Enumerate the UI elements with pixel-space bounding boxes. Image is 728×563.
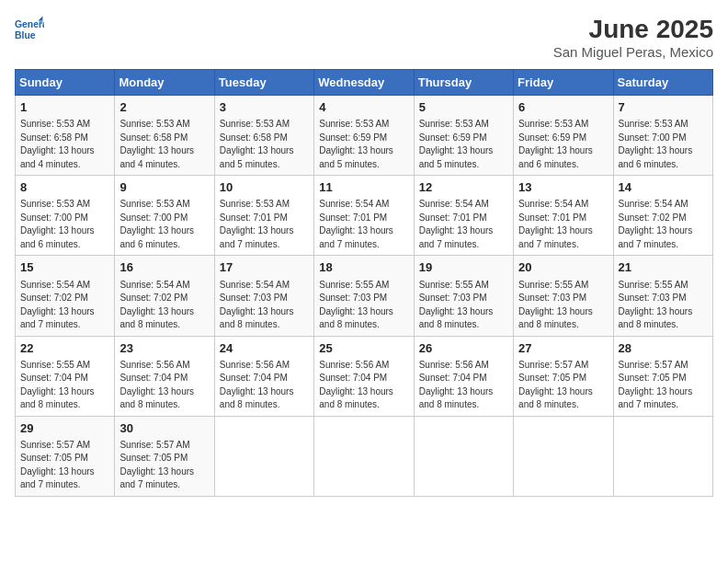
day-number: 30 bbox=[119, 420, 209, 437]
calendar-cell: 29Sunrise: 5:57 AMSunset: 7:05 PMDayligh… bbox=[16, 416, 115, 496]
day-number: 24 bbox=[220, 340, 309, 357]
day-info: Sunrise: 5:53 AMSunset: 7:00 PMDaylight:… bbox=[20, 198, 109, 251]
day-number: 25 bbox=[319, 340, 408, 357]
calendar-cell: 22Sunrise: 5:55 AMSunset: 7:04 PMDayligh… bbox=[16, 336, 115, 416]
calendar-cell bbox=[514, 416, 613, 496]
col-thursday: Thursday bbox=[414, 70, 513, 96]
calendar-cell: 19Sunrise: 5:55 AMSunset: 7:03 PMDayligh… bbox=[414, 256, 513, 336]
calendar-cell bbox=[613, 416, 712, 496]
calendar-cell: 15Sunrise: 5:54 AMSunset: 7:02 PMDayligh… bbox=[16, 256, 115, 336]
calendar-cell: 12Sunrise: 5:54 AMSunset: 7:01 PMDayligh… bbox=[414, 176, 513, 256]
day-number: 1 bbox=[20, 99, 109, 116]
day-number: 15 bbox=[20, 259, 109, 276]
calendar-cell: 21Sunrise: 5:55 AMSunset: 7:03 PMDayligh… bbox=[613, 256, 712, 336]
day-info: Sunrise: 5:54 AMSunset: 7:01 PMDaylight:… bbox=[319, 198, 408, 251]
calendar-week-5: 29Sunrise: 5:57 AMSunset: 7:05 PMDayligh… bbox=[16, 416, 713, 496]
calendar-cell: 2Sunrise: 5:53 AMSunset: 6:58 PMDaylight… bbox=[115, 96, 214, 176]
col-sunday: Sunday bbox=[16, 70, 115, 96]
col-tuesday: Tuesday bbox=[214, 70, 313, 96]
page-subtitle: San Miguel Peras, Mexico bbox=[553, 44, 713, 60]
calendar-cell: 30Sunrise: 5:57 AMSunset: 7:05 PMDayligh… bbox=[115, 416, 214, 496]
day-number: 27 bbox=[518, 340, 608, 357]
day-number: 29 bbox=[20, 420, 109, 437]
col-friday: Friday bbox=[514, 70, 613, 96]
calendar-cell: 8Sunrise: 5:53 AMSunset: 7:00 PMDaylight… bbox=[16, 176, 115, 256]
day-number: 19 bbox=[419, 259, 508, 276]
calendar-week-2: 8Sunrise: 5:53 AMSunset: 7:00 PMDaylight… bbox=[16, 176, 713, 256]
day-number: 16 bbox=[119, 259, 209, 276]
day-number: 18 bbox=[319, 259, 408, 276]
day-info: Sunrise: 5:56 AMSunset: 7:04 PMDaylight:… bbox=[220, 359, 309, 412]
calendar-cell: 5Sunrise: 5:53 AMSunset: 6:59 PMDaylight… bbox=[414, 96, 513, 176]
day-info: Sunrise: 5:54 AMSunset: 7:02 PMDaylight:… bbox=[619, 198, 708, 251]
title-block: June 2025 San Miguel Peras, Mexico bbox=[553, 15, 713, 60]
day-number: 4 bbox=[319, 99, 408, 116]
calendar-cell: 24Sunrise: 5:56 AMSunset: 7:04 PMDayligh… bbox=[214, 336, 313, 416]
day-info: Sunrise: 5:53 AMSunset: 7:00 PMDaylight:… bbox=[119, 198, 209, 251]
col-wednesday: Wednesday bbox=[314, 70, 414, 96]
day-number: 6 bbox=[518, 99, 608, 116]
day-number: 2 bbox=[119, 99, 209, 116]
calendar-cell: 3Sunrise: 5:53 AMSunset: 6:58 PMDaylight… bbox=[214, 96, 313, 176]
day-number: 17 bbox=[220, 259, 309, 276]
calendar-cell: 27Sunrise: 5:57 AMSunset: 7:05 PMDayligh… bbox=[514, 336, 613, 416]
day-number: 11 bbox=[319, 179, 408, 196]
calendar-cell: 17Sunrise: 5:54 AMSunset: 7:03 PMDayligh… bbox=[214, 256, 313, 336]
calendar-cell: 11Sunrise: 5:54 AMSunset: 7:01 PMDayligh… bbox=[314, 176, 414, 256]
day-info: Sunrise: 5:53 AMSunset: 6:58 PMDaylight:… bbox=[220, 118, 309, 171]
calendar-cell: 28Sunrise: 5:57 AMSunset: 7:05 PMDayligh… bbox=[613, 336, 712, 416]
svg-text:Blue: Blue bbox=[15, 30, 36, 40]
day-info: Sunrise: 5:57 AMSunset: 7:05 PMDaylight:… bbox=[119, 439, 209, 492]
logo: General Blue bbox=[15, 15, 44, 44]
day-info: Sunrise: 5:55 AMSunset: 7:03 PMDaylight:… bbox=[518, 279, 608, 332]
day-number: 7 bbox=[619, 99, 708, 116]
logo-icon: General Blue bbox=[15, 15, 44, 44]
calendar-cell: 4Sunrise: 5:53 AMSunset: 6:59 PMDaylight… bbox=[314, 96, 414, 176]
calendar-week-4: 22Sunrise: 5:55 AMSunset: 7:04 PMDayligh… bbox=[16, 336, 713, 416]
calendar-cell: 25Sunrise: 5:56 AMSunset: 7:04 PMDayligh… bbox=[314, 336, 414, 416]
day-number: 9 bbox=[119, 179, 209, 196]
calendar-week-1: 1Sunrise: 5:53 AMSunset: 6:58 PMDaylight… bbox=[16, 96, 713, 176]
day-info: Sunrise: 5:53 AMSunset: 6:59 PMDaylight:… bbox=[319, 118, 408, 171]
day-info: Sunrise: 5:53 AMSunset: 6:58 PMDaylight:… bbox=[20, 118, 109, 171]
calendar-header-row: Sunday Monday Tuesday Wednesday Thursday… bbox=[16, 70, 713, 96]
calendar-cell: 1Sunrise: 5:53 AMSunset: 6:58 PMDaylight… bbox=[16, 96, 115, 176]
day-info: Sunrise: 5:53 AMSunset: 6:59 PMDaylight:… bbox=[419, 118, 508, 171]
day-number: 5 bbox=[419, 99, 508, 116]
day-info: Sunrise: 5:57 AMSunset: 7:05 PMDaylight:… bbox=[20, 439, 109, 492]
calendar-table: Sunday Monday Tuesday Wednesday Thursday… bbox=[15, 69, 713, 497]
day-number: 14 bbox=[619, 179, 708, 196]
calendar-cell bbox=[214, 416, 313, 496]
day-info: Sunrise: 5:53 AMSunset: 6:58 PMDaylight:… bbox=[119, 118, 209, 171]
day-info: Sunrise: 5:56 AMSunset: 7:04 PMDaylight:… bbox=[119, 359, 209, 412]
calendar-cell: 10Sunrise: 5:53 AMSunset: 7:01 PMDayligh… bbox=[214, 176, 313, 256]
day-info: Sunrise: 5:54 AMSunset: 7:03 PMDaylight:… bbox=[220, 279, 309, 332]
day-number: 21 bbox=[619, 259, 708, 276]
day-number: 22 bbox=[20, 340, 109, 357]
calendar-cell bbox=[414, 416, 513, 496]
day-info: Sunrise: 5:54 AMSunset: 7:02 PMDaylight:… bbox=[20, 279, 109, 332]
page-title: June 2025 bbox=[553, 15, 713, 44]
day-info: Sunrise: 5:54 AMSunset: 7:01 PMDaylight:… bbox=[419, 198, 508, 251]
day-number: 3 bbox=[220, 99, 309, 116]
calendar-cell: 26Sunrise: 5:56 AMSunset: 7:04 PMDayligh… bbox=[414, 336, 513, 416]
day-info: Sunrise: 5:55 AMSunset: 7:03 PMDaylight:… bbox=[419, 279, 508, 332]
day-info: Sunrise: 5:54 AMSunset: 7:02 PMDaylight:… bbox=[119, 279, 209, 332]
day-number: 10 bbox=[220, 179, 309, 196]
calendar-cell: 16Sunrise: 5:54 AMSunset: 7:02 PMDayligh… bbox=[115, 256, 214, 336]
day-info: Sunrise: 5:53 AMSunset: 7:00 PMDaylight:… bbox=[619, 118, 708, 171]
day-info: Sunrise: 5:54 AMSunset: 7:01 PMDaylight:… bbox=[518, 198, 608, 251]
calendar-cell: 14Sunrise: 5:54 AMSunset: 7:02 PMDayligh… bbox=[613, 176, 712, 256]
calendar-cell: 9Sunrise: 5:53 AMSunset: 7:00 PMDaylight… bbox=[115, 176, 214, 256]
day-info: Sunrise: 5:55 AMSunset: 7:03 PMDaylight:… bbox=[319, 279, 408, 332]
day-number: 28 bbox=[619, 340, 708, 357]
calendar-cell: 7Sunrise: 5:53 AMSunset: 7:00 PMDaylight… bbox=[613, 96, 712, 176]
calendar-cell: 18Sunrise: 5:55 AMSunset: 7:03 PMDayligh… bbox=[314, 256, 414, 336]
day-info: Sunrise: 5:55 AMSunset: 7:04 PMDaylight:… bbox=[20, 359, 109, 412]
day-number: 20 bbox=[518, 259, 608, 276]
calendar-cell bbox=[314, 416, 414, 496]
page-header: General Blue June 2025 San Miguel Peras,… bbox=[15, 15, 713, 60]
calendar-cell: 23Sunrise: 5:56 AMSunset: 7:04 PMDayligh… bbox=[115, 336, 214, 416]
day-info: Sunrise: 5:56 AMSunset: 7:04 PMDaylight:… bbox=[419, 359, 508, 412]
col-saturday: Saturday bbox=[613, 70, 712, 96]
